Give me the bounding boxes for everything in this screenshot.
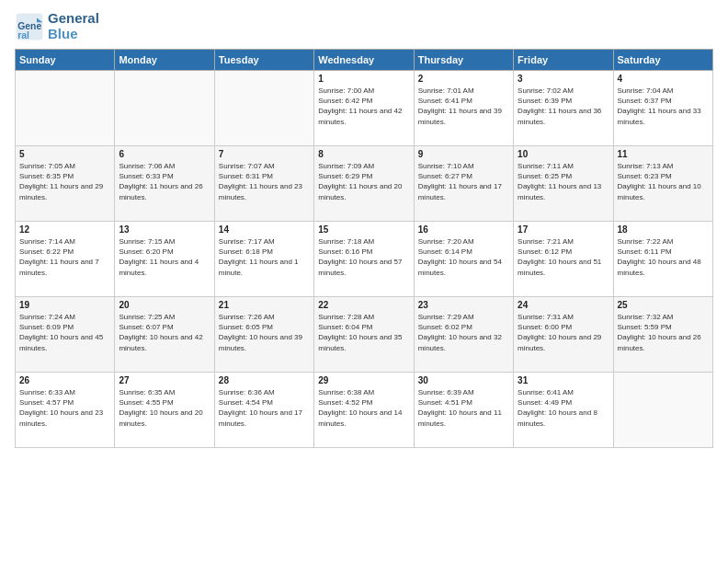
weekday-header-thursday: Thursday: [414, 50, 513, 71]
day-info: Sunrise: 7:02 AM Sunset: 6:39 PM Dayligh…: [518, 86, 609, 127]
day-info: Sunrise: 7:26 AM Sunset: 6:05 PM Dayligh…: [219, 312, 310, 353]
day-cell: 22Sunrise: 7:28 AM Sunset: 6:04 PM Dayli…: [314, 297, 414, 373]
day-info: Sunrise: 7:22 AM Sunset: 6:11 PM Dayligh…: [618, 236, 709, 278]
day-info: Sunrise: 7:29 AM Sunset: 6:02 PM Dayligh…: [418, 312, 509, 353]
day-info: Sunrise: 7:09 AM Sunset: 6:29 PM Dayligh…: [318, 161, 409, 202]
day-number: 24: [518, 300, 609, 310]
day-cell: 19Sunrise: 7:24 AM Sunset: 6:09 PM Dayli…: [16, 297, 115, 373]
day-info: Sunrise: 7:04 AM Sunset: 6:37 PM Dayligh…: [618, 86, 709, 127]
weekday-header-tuesday: Tuesday: [214, 50, 313, 71]
day-info: Sunrise: 7:07 AM Sunset: 6:31 PM Dayligh…: [219, 161, 310, 202]
day-cell: 23Sunrise: 7:29 AM Sunset: 6:02 PM Dayli…: [414, 297, 513, 373]
day-cell: 31Sunrise: 6:41 AM Sunset: 4:49 PM Dayli…: [514, 373, 613, 448]
day-number: 20: [119, 300, 210, 310]
day-info: Sunrise: 7:06 AM Sunset: 6:33 PM Dayligh…: [119, 161, 210, 202]
day-cell: 7Sunrise: 7:07 AM Sunset: 6:31 PM Daylig…: [214, 146, 313, 222]
day-cell: 16Sunrise: 7:20 AM Sunset: 6:14 PM Dayli…: [414, 222, 513, 297]
weekday-header-sunday: Sunday: [16, 50, 115, 71]
day-cell: 1Sunrise: 7:00 AM Sunset: 6:42 PM Daylig…: [314, 71, 414, 146]
day-number: 6: [119, 149, 210, 159]
day-info: Sunrise: 7:24 AM Sunset: 6:09 PM Dayligh…: [19, 312, 110, 353]
day-info: Sunrise: 7:05 AM Sunset: 6:35 PM Dayligh…: [19, 161, 110, 202]
day-info: Sunrise: 6:38 AM Sunset: 4:52 PM Dayligh…: [318, 387, 409, 429]
weekday-header-friday: Friday: [514, 50, 613, 71]
day-number: 14: [219, 224, 310, 235]
day-number: 29: [318, 375, 409, 385]
day-cell: 14Sunrise: 7:17 AM Sunset: 6:18 PM Dayli…: [214, 222, 313, 297]
day-info: Sunrise: 6:35 AM Sunset: 4:55 PM Dayligh…: [119, 387, 210, 429]
day-cell: 8Sunrise: 7:09 AM Sunset: 6:29 PM Daylig…: [314, 146, 414, 222]
week-row-3: 12Sunrise: 7:14 AM Sunset: 6:22 PM Dayli…: [16, 222, 713, 297]
day-number: 19: [19, 300, 110, 310]
day-info: Sunrise: 7:20 AM Sunset: 6:14 PM Dayligh…: [418, 236, 509, 278]
day-number: 21: [219, 300, 310, 310]
day-info: Sunrise: 7:14 AM Sunset: 6:22 PM Dayligh…: [19, 236, 110, 278]
header: Gene ral General Blue: [15, 11, 713, 41]
day-cell: 2Sunrise: 7:01 AM Sunset: 6:41 PM Daylig…: [414, 71, 513, 146]
day-cell: 10Sunrise: 7:11 AM Sunset: 6:25 PM Dayli…: [514, 146, 613, 222]
day-info: Sunrise: 7:01 AM Sunset: 6:41 PM Dayligh…: [418, 86, 509, 127]
day-number: 30: [418, 375, 509, 385]
weekday-header-row: SundayMondayTuesdayWednesdayThursdayFrid…: [16, 50, 713, 71]
day-cell: 18Sunrise: 7:22 AM Sunset: 6:11 PM Dayli…: [613, 222, 712, 297]
day-cell: [16, 71, 115, 146]
day-number: 18: [618, 224, 709, 235]
day-info: Sunrise: 7:28 AM Sunset: 6:04 PM Dayligh…: [318, 312, 409, 353]
day-cell: [115, 71, 214, 146]
week-row-2: 5Sunrise: 7:05 AM Sunset: 6:35 PM Daylig…: [16, 146, 713, 222]
day-cell: 6Sunrise: 7:06 AM Sunset: 6:33 PM Daylig…: [115, 146, 214, 222]
day-cell: 26Sunrise: 6:33 AM Sunset: 4:57 PM Dayli…: [16, 373, 115, 448]
week-row-5: 26Sunrise: 6:33 AM Sunset: 4:57 PM Dayli…: [16, 373, 713, 448]
day-info: Sunrise: 6:36 AM Sunset: 4:54 PM Dayligh…: [219, 387, 310, 429]
day-info: Sunrise: 6:41 AM Sunset: 4:49 PM Dayligh…: [518, 387, 609, 429]
day-info: Sunrise: 7:32 AM Sunset: 5:59 PM Dayligh…: [618, 312, 709, 353]
day-number: 27: [119, 375, 210, 385]
day-cell: 29Sunrise: 6:38 AM Sunset: 4:52 PM Dayli…: [314, 373, 414, 448]
day-cell: 13Sunrise: 7:15 AM Sunset: 6:20 PM Dayli…: [115, 222, 214, 297]
weekday-header-wednesday: Wednesday: [314, 50, 414, 71]
day-number: 28: [219, 375, 310, 385]
day-cell: 5Sunrise: 7:05 AM Sunset: 6:35 PM Daylig…: [16, 146, 115, 222]
day-number: 12: [19, 224, 110, 235]
logo-icon: Gene ral: [15, 12, 44, 41]
day-number: 25: [618, 300, 709, 310]
logo-general: General: [48, 11, 99, 27]
day-info: Sunrise: 7:21 AM Sunset: 6:12 PM Dayligh…: [518, 236, 609, 278]
day-number: 1: [318, 74, 409, 84]
day-cell: [613, 373, 712, 448]
day-cell: 11Sunrise: 7:13 AM Sunset: 6:23 PM Dayli…: [613, 146, 712, 222]
day-number: 17: [518, 224, 609, 235]
day-cell: 4Sunrise: 7:04 AM Sunset: 6:37 PM Daylig…: [613, 71, 712, 146]
svg-text:ral: ral: [17, 29, 29, 40]
day-info: Sunrise: 6:33 AM Sunset: 4:57 PM Dayligh…: [19, 387, 110, 429]
day-number: 23: [418, 300, 509, 310]
day-number: 5: [19, 149, 110, 159]
day-info: Sunrise: 7:25 AM Sunset: 6:07 PM Dayligh…: [119, 312, 210, 353]
day-info: Sunrise: 7:10 AM Sunset: 6:27 PM Dayligh…: [418, 161, 509, 202]
logo: Gene ral General Blue: [15, 11, 99, 41]
day-number: 8: [318, 149, 409, 159]
day-number: 15: [318, 224, 409, 235]
day-info: Sunrise: 6:39 AM Sunset: 4:51 PM Dayligh…: [418, 387, 509, 429]
day-number: 16: [418, 224, 509, 235]
day-cell: 21Sunrise: 7:26 AM Sunset: 6:05 PM Dayli…: [214, 297, 313, 373]
day-number: 7: [219, 149, 310, 159]
day-number: 2: [418, 74, 509, 84]
day-info: Sunrise: 7:13 AM Sunset: 6:23 PM Dayligh…: [618, 161, 709, 202]
day-number: 9: [418, 149, 509, 159]
day-cell: 15Sunrise: 7:18 AM Sunset: 6:16 PM Dayli…: [314, 222, 414, 297]
day-info: Sunrise: 7:11 AM Sunset: 6:25 PM Dayligh…: [518, 161, 609, 202]
day-cell: 9Sunrise: 7:10 AM Sunset: 6:27 PM Daylig…: [414, 146, 513, 222]
calendar-page: Gene ral General Blue SundayMondayTuesda…: [0, 0, 728, 563]
day-number: 31: [518, 375, 609, 385]
day-cell: 17Sunrise: 7:21 AM Sunset: 6:12 PM Dayli…: [514, 222, 613, 297]
day-cell: [214, 71, 313, 146]
day-info: Sunrise: 7:31 AM Sunset: 6:00 PM Dayligh…: [518, 312, 609, 353]
week-row-4: 19Sunrise: 7:24 AM Sunset: 6:09 PM Dayli…: [16, 297, 713, 373]
day-cell: 20Sunrise: 7:25 AM Sunset: 6:07 PM Dayli…: [115, 297, 214, 373]
weekday-header-monday: Monday: [115, 50, 214, 71]
calendar-table: SundayMondayTuesdayWednesdayThursdayFrid…: [15, 49, 713, 448]
week-row-1: 1Sunrise: 7:00 AM Sunset: 6:42 PM Daylig…: [16, 71, 713, 146]
day-cell: 24Sunrise: 7:31 AM Sunset: 6:00 PM Dayli…: [514, 297, 613, 373]
day-cell: 30Sunrise: 6:39 AM Sunset: 4:51 PM Dayli…: [414, 373, 513, 448]
